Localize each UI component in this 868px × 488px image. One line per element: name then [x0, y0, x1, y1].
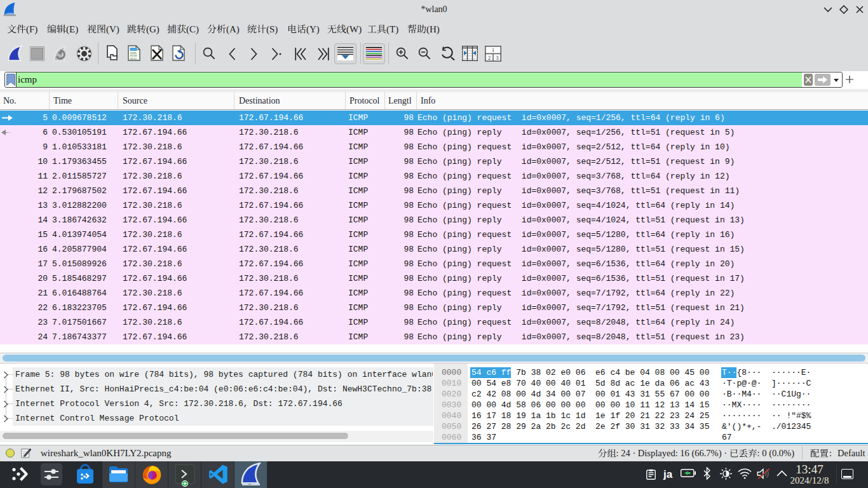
svg-text:2: 2: [488, 55, 491, 61]
svg-text:0111: 0111: [130, 57, 137, 60]
svg-text:1: 1: [492, 48, 494, 53]
svg-text:3: 3: [496, 55, 499, 61]
